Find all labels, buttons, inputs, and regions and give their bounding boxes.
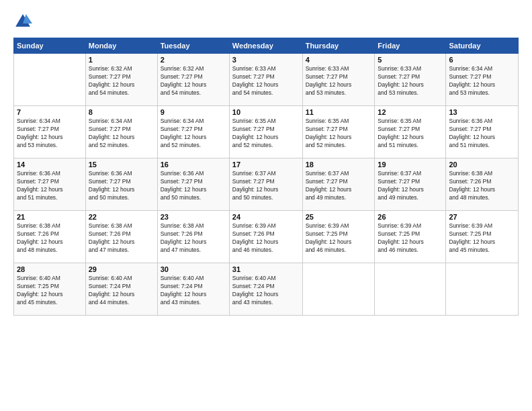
day-number: 8 — [89, 108, 154, 116]
calendar-cell: 14Sunrise: 6:36 AM Sunset: 7:27 PM Dayli… — [14, 158, 86, 211]
calendar-cell: 15Sunrise: 6:36 AM Sunset: 7:27 PM Dayli… — [85, 158, 157, 211]
day-number: 17 — [232, 161, 300, 169]
day-info: Sunrise: 6:38 AM Sunset: 7:26 PM Dayligh… — [449, 170, 515, 202]
day-number: 31 — [232, 265, 300, 273]
day-info: Sunrise: 6:39 AM Sunset: 7:25 PM Dayligh… — [378, 222, 443, 255]
calendar-cell: 17Sunrise: 6:37 AM Sunset: 7:27 PM Dayli… — [229, 158, 302, 211]
day-info: Sunrise: 6:38 AM Sunset: 7:26 PM Dayligh… — [17, 222, 83, 255]
day-info: Sunrise: 6:35 AM Sunset: 7:27 PM Dayligh… — [232, 118, 300, 150]
day-info: Sunrise: 6:38 AM Sunset: 7:26 PM Dayligh… — [89, 222, 154, 255]
calendar-cell: 20Sunrise: 6:38 AM Sunset: 7:26 PM Dayli… — [446, 158, 519, 211]
calendar-cell: 16Sunrise: 6:36 AM Sunset: 7:27 PM Dayli… — [157, 158, 229, 211]
calendar-cell: 13Sunrise: 6:36 AM Sunset: 7:27 PM Dayli… — [446, 106, 519, 158]
calendar-body: 1Sunrise: 6:32 AM Sunset: 7:27 PM Daylig… — [14, 54, 519, 316]
weekday-header: Saturday — [446, 38, 519, 54]
calendar-page: SundayMondayTuesdayWednesdayThursdayFrid… — [0, 0, 532, 411]
day-info: Sunrise: 6:32 AM Sunset: 7:27 PM Dayligh… — [161, 65, 226, 97]
day-number: 13 — [449, 108, 515, 116]
calendar-cell — [446, 263, 519, 316]
logo-icon — [13, 12, 32, 31]
page-header — [13, 12, 519, 31]
calendar-cell: 9Sunrise: 6:34 AM Sunset: 7:27 PM Daylig… — [157, 106, 229, 158]
day-number: 29 — [89, 265, 154, 273]
calendar-cell: 3Sunrise: 6:33 AM Sunset: 7:27 PM Daylig… — [229, 54, 302, 106]
day-info: Sunrise: 6:39 AM Sunset: 7:26 PM Dayligh… — [232, 222, 300, 255]
calendar-week-row: 7Sunrise: 6:34 AM Sunset: 7:27 PM Daylig… — [14, 106, 519, 158]
calendar-cell: 27Sunrise: 6:39 AM Sunset: 7:25 PM Dayli… — [446, 211, 519, 263]
day-number: 11 — [306, 108, 372, 116]
weekday-header: Monday — [85, 38, 157, 54]
calendar-cell: 5Sunrise: 6:33 AM Sunset: 7:27 PM Daylig… — [375, 54, 446, 106]
weekday-header: Wednesday — [229, 38, 302, 54]
day-number: 21 — [17, 213, 83, 221]
calendar-cell — [302, 263, 375, 316]
day-number: 9 — [161, 108, 226, 116]
day-number: 7 — [17, 108, 83, 116]
calendar-cell: 30Sunrise: 6:40 AM Sunset: 7:24 PM Dayli… — [157, 263, 229, 316]
calendar-cell: 22Sunrise: 6:38 AM Sunset: 7:26 PM Dayli… — [85, 211, 157, 263]
day-info: Sunrise: 6:33 AM Sunset: 7:27 PM Dayligh… — [232, 65, 300, 97]
day-number: 26 — [378, 213, 443, 221]
day-info: Sunrise: 6:36 AM Sunset: 7:27 PM Dayligh… — [89, 170, 154, 202]
day-number: 28 — [17, 265, 83, 273]
day-info: Sunrise: 6:32 AM Sunset: 7:27 PM Dayligh… — [89, 65, 154, 97]
day-number: 5 — [378, 56, 443, 64]
day-info: Sunrise: 6:36 AM Sunset: 7:27 PM Dayligh… — [449, 118, 515, 150]
day-info: Sunrise: 6:35 AM Sunset: 7:27 PM Dayligh… — [306, 118, 372, 150]
logo — [13, 12, 35, 31]
calendar-cell: 4Sunrise: 6:33 AM Sunset: 7:27 PM Daylig… — [302, 54, 375, 106]
day-info: Sunrise: 6:37 AM Sunset: 7:27 PM Dayligh… — [306, 170, 372, 202]
day-info: Sunrise: 6:39 AM Sunset: 7:25 PM Dayligh… — [306, 222, 372, 255]
day-info: Sunrise: 6:40 AM Sunset: 7:24 PM Dayligh… — [161, 275, 226, 307]
calendar-cell: 26Sunrise: 6:39 AM Sunset: 7:25 PM Dayli… — [375, 211, 446, 263]
day-info: Sunrise: 6:36 AM Sunset: 7:27 PM Dayligh… — [161, 170, 226, 202]
calendar-cell: 28Sunrise: 6:40 AM Sunset: 7:25 PM Dayli… — [14, 263, 86, 316]
weekday-header: Tuesday — [157, 38, 229, 54]
day-info: Sunrise: 6:38 AM Sunset: 7:26 PM Dayligh… — [161, 222, 226, 255]
weekday-header: Thursday — [302, 38, 375, 54]
day-number: 15 — [89, 161, 154, 169]
calendar-cell: 29Sunrise: 6:40 AM Sunset: 7:24 PM Dayli… — [85, 263, 157, 316]
day-info: Sunrise: 6:34 AM Sunset: 7:27 PM Dayligh… — [89, 118, 154, 150]
calendar-week-row: 14Sunrise: 6:36 AM Sunset: 7:27 PM Dayli… — [14, 158, 519, 211]
calendar-cell: 6Sunrise: 6:34 AM Sunset: 7:27 PM Daylig… — [446, 54, 519, 106]
day-number: 19 — [378, 161, 443, 169]
day-number: 12 — [378, 108, 443, 116]
calendar-table: SundayMondayTuesdayWednesdayThursdayFrid… — [13, 38, 519, 316]
day-info: Sunrise: 6:35 AM Sunset: 7:27 PM Dayligh… — [378, 118, 443, 150]
weekday-header: Friday — [375, 38, 446, 54]
day-number: 23 — [161, 213, 226, 221]
calendar-cell: 12Sunrise: 6:35 AM Sunset: 7:27 PM Dayli… — [375, 106, 446, 158]
calendar-cell: 31Sunrise: 6:40 AM Sunset: 7:24 PM Dayli… — [229, 263, 302, 316]
calendar-cell: 24Sunrise: 6:39 AM Sunset: 7:26 PM Dayli… — [229, 211, 302, 263]
calendar-week-row: 21Sunrise: 6:38 AM Sunset: 7:26 PM Dayli… — [14, 211, 519, 263]
day-info: Sunrise: 6:40 AM Sunset: 7:25 PM Dayligh… — [17, 275, 83, 307]
day-info: Sunrise: 6:37 AM Sunset: 7:27 PM Dayligh… — [378, 170, 443, 202]
day-info: Sunrise: 6:36 AM Sunset: 7:27 PM Dayligh… — [17, 170, 83, 202]
day-info: Sunrise: 6:34 AM Sunset: 7:27 PM Dayligh… — [17, 118, 83, 150]
day-number: 27 — [449, 213, 515, 221]
day-info: Sunrise: 6:40 AM Sunset: 7:24 PM Dayligh… — [89, 275, 154, 307]
weekday-header-row: SundayMondayTuesdayWednesdayThursdayFrid… — [14, 38, 519, 54]
day-number: 24 — [232, 213, 300, 221]
day-number: 30 — [161, 265, 226, 273]
calendar-cell: 19Sunrise: 6:37 AM Sunset: 7:27 PM Dayli… — [375, 158, 446, 211]
day-number: 14 — [17, 161, 83, 169]
day-number: 25 — [306, 213, 372, 221]
calendar-cell: 10Sunrise: 6:35 AM Sunset: 7:27 PM Dayli… — [229, 106, 302, 158]
calendar-cell: 18Sunrise: 6:37 AM Sunset: 7:27 PM Dayli… — [302, 158, 375, 211]
day-number: 1 — [89, 56, 154, 64]
calendar-cell: 8Sunrise: 6:34 AM Sunset: 7:27 PM Daylig… — [85, 106, 157, 158]
calendar-cell — [375, 263, 446, 316]
day-number: 18 — [306, 161, 372, 169]
calendar-cell: 2Sunrise: 6:32 AM Sunset: 7:27 PM Daylig… — [157, 54, 229, 106]
calendar-cell: 21Sunrise: 6:38 AM Sunset: 7:26 PM Dayli… — [14, 211, 86, 263]
day-number: 22 — [89, 213, 154, 221]
weekday-header: Sunday — [14, 38, 86, 54]
day-info: Sunrise: 6:39 AM Sunset: 7:25 PM Dayligh… — [449, 222, 515, 255]
day-number: 10 — [232, 108, 300, 116]
calendar-cell: 7Sunrise: 6:34 AM Sunset: 7:27 PM Daylig… — [14, 106, 86, 158]
day-number: 3 — [232, 56, 300, 64]
calendar-week-row: 1Sunrise: 6:32 AM Sunset: 7:27 PM Daylig… — [14, 54, 519, 106]
calendar-week-row: 28Sunrise: 6:40 AM Sunset: 7:25 PM Dayli… — [14, 263, 519, 316]
